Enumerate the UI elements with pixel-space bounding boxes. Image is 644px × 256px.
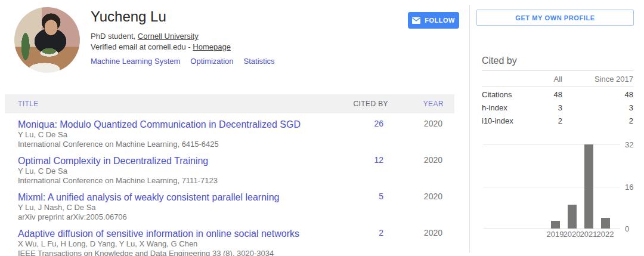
bar-2019[interactable] bbox=[551, 221, 560, 229]
sort-by-cited[interactable]: CITED BY bbox=[335, 100, 388, 108]
publication-venue: International Conference on Machine Lear… bbox=[18, 176, 335, 186]
gridline-32 bbox=[483, 144, 620, 145]
interest-link[interactable]: Machine Learning System bbox=[91, 57, 180, 66]
chart-x-labels: 2019202020212022 bbox=[483, 230, 620, 238]
metric-value-since: 3 bbox=[562, 103, 633, 112]
gridline-16 bbox=[483, 187, 620, 187]
publication-year: 2020 bbox=[388, 155, 444, 165]
y-tick-0: 0 bbox=[625, 224, 629, 233]
publication-title-link[interactable]: Mixml: A unified analysis of weakly cons… bbox=[18, 192, 335, 203]
publication-authors: Y Lu, C De Sa bbox=[18, 130, 335, 140]
publications-list: Moniqua: Modulo Quantized Communication … bbox=[5, 113, 454, 256]
role-prefix: PhD student, bbox=[91, 32, 138, 41]
profile-verified-line: Verified email at cornell.edu - Homepage bbox=[91, 42, 285, 53]
metric-value-all: 2 bbox=[527, 116, 562, 125]
publication-row: Moniqua: Modulo Quantized Communication … bbox=[5, 113, 454, 150]
publication-year: 2020 bbox=[388, 119, 444, 128]
metric-value-since: 48 bbox=[562, 90, 633, 99]
metric-value-all: 3 bbox=[527, 103, 562, 112]
metrics-rows: Citations 48 48 h-index 3 3 i10-index 2 … bbox=[482, 89, 633, 127]
verified-prefix: Verified email at cornell.edu - bbox=[91, 42, 193, 51]
citation-count-link[interactable]: 12 bbox=[335, 155, 388, 165]
citation-count-link[interactable]: 26 bbox=[335, 119, 388, 128]
affiliation-link[interactable]: Cornell University bbox=[138, 32, 199, 41]
metrics-row: h-index 3 3 bbox=[482, 102, 633, 113]
publication-authors: Y Lu, C De Sa bbox=[18, 166, 335, 176]
publication-title-link[interactable]: Optimal Complexity in Decentralized Trai… bbox=[18, 155, 335, 166]
publication-row: Mixml: A unified analysis of weakly cons… bbox=[5, 186, 454, 223]
profile-photo[interactable] bbox=[14, 7, 80, 73]
publication-text: Mixml: A unified analysis of weakly cons… bbox=[18, 192, 335, 222]
profile-info: Yucheng Lu PhD student, Cornell Universi… bbox=[91, 8, 285, 66]
metrics-header-row: . All Since 2017 bbox=[482, 70, 633, 87]
publication-text: Adaptive diffusion of sensitive informat… bbox=[18, 228, 335, 256]
homepage-link[interactable]: Homepage bbox=[193, 42, 231, 51]
citation-count-link[interactable]: 2 bbox=[335, 228, 388, 238]
metrics-col-since: Since 2017 bbox=[562, 75, 633, 84]
publication-text: Moniqua: Modulo Quantized Communication … bbox=[18, 119, 335, 149]
publication-title-link[interactable]: Adaptive diffusion of sensitive informat… bbox=[18, 228, 335, 239]
metrics-row: i10-index 2 2 bbox=[482, 115, 633, 127]
publication-year: 2020 bbox=[388, 228, 444, 238]
interests-list: Machine Learning SystemOptimizationStati… bbox=[91, 57, 285, 66]
publication-year: 2020 bbox=[388, 192, 444, 201]
y-tick-16: 16 bbox=[625, 183, 633, 192]
bar-2022[interactable] bbox=[601, 218, 610, 229]
interest-link[interactable]: Optimization bbox=[190, 57, 233, 66]
publication-venue: International Conference on Machine Lear… bbox=[18, 140, 335, 149]
bar-2020[interactable] bbox=[568, 205, 577, 229]
publication-authors: X Wu, L Fu, H Long, D Yang, Y Lu, X Wang… bbox=[18, 239, 335, 249]
citation-count-link[interactable]: 5 bbox=[335, 192, 388, 201]
scholar-profile-page: Yucheng Lu PhD student, Cornell Universi… bbox=[0, 0, 644, 256]
metrics-col-all: All bbox=[527, 75, 562, 84]
publication-text: Optimal Complexity in Decentralized Trai… bbox=[18, 155, 335, 186]
sort-by-title[interactable]: TITLE bbox=[18, 100, 335, 108]
metric-label: h-index bbox=[482, 103, 527, 112]
publication-row: Adaptive diffusion of sensitive informat… bbox=[5, 223, 454, 256]
envelope-icon bbox=[412, 17, 420, 24]
publication-venue: IEEE Transactions on Knowledge and Data … bbox=[18, 249, 335, 256]
publication-row: Optimal Complexity in Decentralized Trai… bbox=[5, 150, 454, 186]
profile-name: Yucheng Lu bbox=[91, 8, 285, 25]
metric-value-since: 2 bbox=[562, 116, 633, 125]
get-my-own-profile-button[interactable]: GET MY OWN PROFILE bbox=[476, 10, 634, 26]
metrics-row: Citations 48 48 bbox=[482, 89, 633, 100]
publication-venue: arXiv preprint arXiv:2005.06706 bbox=[18, 212, 335, 222]
metric-label: i10-index bbox=[482, 116, 527, 125]
vertical-divider bbox=[469, 5, 470, 252]
publication-authors: Y Lu, J Nash, C De Sa bbox=[18, 203, 335, 212]
bar-2021[interactable] bbox=[584, 144, 593, 229]
citations-bar-chart bbox=[483, 144, 620, 229]
sort-by-year[interactable]: YEAR bbox=[388, 100, 444, 108]
cited-by-heading[interactable]: Cited by bbox=[482, 55, 517, 66]
metric-label: Citations bbox=[482, 90, 527, 99]
interest-link[interactable]: Statistics bbox=[244, 57, 275, 66]
follow-button[interactable]: FOLLOW bbox=[408, 12, 459, 29]
publications-header: TITLE CITED BY YEAR bbox=[5, 94, 454, 113]
metric-value-all: 48 bbox=[527, 90, 562, 99]
x-label-2022[interactable]: 2022 bbox=[596, 230, 615, 239]
publication-title-link[interactable]: Moniqua: Modulo Quantized Communication … bbox=[18, 119, 335, 130]
profile-role-line: PhD student, Cornell University bbox=[91, 31, 285, 42]
y-tick-32: 32 bbox=[625, 140, 633, 149]
follow-label: FOLLOW bbox=[425, 17, 455, 24]
citation-metrics-table: . All Since 2017 Citations 48 48 h-index… bbox=[482, 70, 633, 127]
